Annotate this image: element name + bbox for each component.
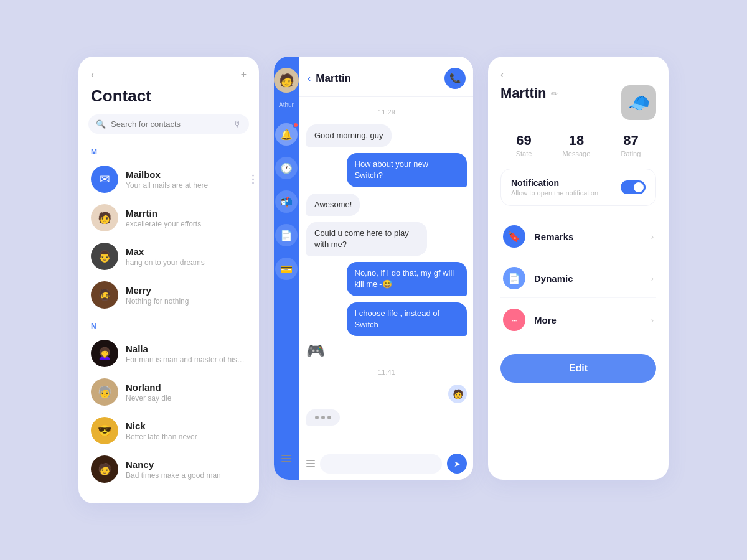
stat-message-value: 18 [563, 133, 591, 149]
emoji-message: 🎮 [306, 342, 325, 360]
profile-edit-icon[interactable]: ✏ [551, 89, 558, 98]
message-row-1: Good morning, guy [306, 124, 467, 147]
sidebar-notification-icon[interactable]: 🔔 [275, 123, 298, 146]
remarks-label: Remarks [534, 231, 642, 242]
menu-item-remarks[interactable]: 🔖 Remarks › [500, 217, 656, 256]
contact-name-nalla: Nalla [126, 343, 247, 354]
chat-panel: 🧑 Athur 🔔 🕐 📬 📄 💳 ‹ Martti [274, 57, 473, 480]
contact-list-m: M ✉ Mailbox Your all mails are at here 🧑… [78, 145, 259, 319]
contact-list-n: N 👩‍🦱 Nalla For man is man and master of… [78, 319, 259, 493]
chat-back-btn[interactable]: ‹ [308, 73, 311, 84]
scroll-indicator [252, 175, 254, 184]
message-time-1: 11:29 [306, 108, 467, 116]
message-row-emoji: 🎮 [306, 342, 467, 360]
menu-item-more[interactable]: ··· More › [500, 301, 656, 339]
sidebar-mail-icon[interactable]: 📬 [275, 190, 298, 213]
typing-dot-1 [315, 416, 319, 419]
edit-button[interactable]: Edit [500, 354, 656, 383]
profile-photo: 🧢 [621, 85, 656, 120]
avatar-marrtin: 🧑 [91, 204, 118, 231]
sidebar-card-icon[interactable]: 💳 [275, 258, 298, 280]
sidebar-doc-icon[interactable]: 📄 [275, 224, 298, 246]
send-button[interactable]: ➤ [447, 454, 467, 474]
dynamic-label: Dynamic [534, 273, 642, 284]
contact-item-norland[interactable]: 🧓 Norland Never say die [78, 373, 259, 411]
contact-top-bar: ‹ + [78, 69, 259, 86]
sidebar-menu-icon[interactable] [281, 455, 291, 462]
message-row-avatar: 🧑 [306, 385, 467, 403]
contact-title: Contact [78, 86, 259, 114]
profile-panel: ‹ Marttin ✏ 🧢 69 State 18 Message 87 Rat… [488, 57, 669, 480]
contact-sub-marrtin: excellerate your efforts [126, 220, 247, 228]
remarks-icon: 🔖 [503, 225, 525, 248]
contact-item-merry[interactable]: 🧔 Merry Nothing for nothing [78, 276, 259, 314]
section-letter-n: N [78, 319, 259, 334]
contact-info-marrtin: Marrtin excellerate your efforts [126, 208, 247, 228]
contact-sub-nick: Better late than never [126, 432, 247, 441]
section-letter-m: M [78, 145, 259, 160]
search-input[interactable] [111, 119, 228, 129]
contact-name-marrtin: Marrtin [126, 208, 247, 218]
typing-dot-2 [321, 416, 325, 419]
contact-add-btn[interactable]: + [241, 69, 247, 80]
chat-main: ‹ Marttin 📞 11:29 Good morning, guy How … [299, 57, 473, 480]
screen-container: ‹ + Contact 🔍 🎙 M ✉ Mailbox Your all mai… [54, 32, 693, 528]
message-row-3: Awesome! [306, 194, 467, 216]
contact-item-nalla[interactable]: 👩‍🦱 Nalla For man is man and master of h… [78, 334, 259, 373]
search-bar[interactable]: 🔍 🎙 [88, 114, 249, 134]
stat-rating-value: 87 [621, 133, 641, 149]
stats-row: 69 State 18 Message 87 Rating [500, 133, 656, 157]
stat-state-label: State [516, 150, 532, 157]
contact-sub-norland: Never say die [126, 394, 247, 403]
contact-info-norland: Norland Never say die [126, 382, 247, 403]
stat-rating: 87 Rating [621, 133, 641, 157]
more-icon: ··· [503, 309, 525, 331]
dynamic-icon: 📄 [503, 267, 525, 289]
contact-info-nancy: Nancy Bad times make a good man [126, 459, 247, 480]
contact-back-btn[interactable]: ‹ [91, 69, 94, 80]
chat-menu-trigger[interactable] [306, 460, 315, 467]
mic-icon: 🎙 [233, 119, 242, 129]
chat-text-input[interactable] [320, 454, 442, 474]
contact-item-mailbox[interactable]: ✉ Mailbox Your all mails are at here [78, 160, 259, 198]
contact-sub-merry: Nothing for nothing [126, 297, 247, 306]
message-bubble-4: Could u come here to play with me? [306, 222, 427, 256]
message-bubble-1: Good morning, guy [306, 124, 392, 147]
contact-info-mailbox: Mailbox Your all mails are at here [126, 169, 247, 190]
notification-text: Notification Allow to open the notificat… [511, 178, 598, 197]
contact-item-nick[interactable]: 😎 Nick Better late than never [78, 411, 259, 450]
dynamic-chevron-icon: › [651, 274, 654, 283]
contact-item-nancy[interactable]: 🧑 Nancy Bad times make a good man [78, 450, 259, 488]
contact-panel: ‹ + Contact 🔍 🎙 M ✉ Mailbox Your all mai… [78, 57, 259, 503]
sidebar-user-avatar[interactable]: 🧑 [274, 68, 299, 93]
contact-item-max[interactable]: 👨 Max hang on to your dreams [78, 237, 259, 276]
avatar-norland: 🧓 [91, 378, 118, 406]
contact-name-nancy: Nancy [126, 459, 247, 470]
contact-item-marrtin[interactable]: 🧑 Marrtin excellerate your efforts [78, 198, 259, 237]
sidebar-clock-icon[interactable]: 🕐 [275, 157, 298, 179]
search-icon: 🔍 [96, 119, 106, 129]
notification-toggle[interactable] [621, 180, 646, 194]
contact-sub-max: hang on to your dreams [126, 258, 247, 267]
call-button[interactable]: 📞 [444, 68, 466, 89]
avatar-merry: 🧔 [91, 281, 118, 309]
message-bubble-6: I choose life , instead of Switch [347, 302, 467, 336]
notification-badge [293, 122, 299, 128]
avatar-nancy: 🧑 [91, 455, 118, 483]
chat-sidebar: 🧑 Athur 🔔 🕐 📬 📄 💳 [274, 57, 299, 480]
message-row-6: I choose life , instead of Switch [306, 302, 467, 336]
menu-item-dynamic[interactable]: 📄 Dynamic › [500, 259, 656, 298]
stat-rating-label: Rating [621, 150, 641, 157]
message-row-typing [306, 409, 467, 426]
stat-message-label: Message [563, 150, 591, 157]
chat-input-bar: ➤ [299, 447, 473, 480]
chat-messages: 11:29 Good morning, guy How about your n… [299, 97, 473, 447]
message-time-2: 11:41 [306, 368, 467, 376]
profile-back-btn[interactable]: ‹ [500, 69, 656, 80]
more-chevron-icon: › [651, 315, 654, 325]
contact-name-merry: Merry [126, 285, 247, 296]
chat-username: Marttin [316, 72, 351, 85]
chat-avatar-right: 🧑 [448, 385, 467, 403]
mailbox-icon: ✉ [91, 166, 118, 193]
message-row-2: How about your new Switch? [306, 153, 467, 187]
